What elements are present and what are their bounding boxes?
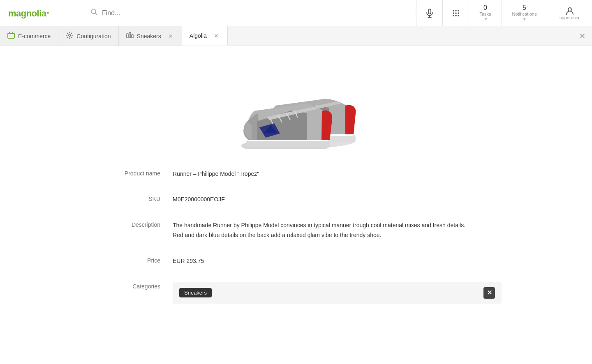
- algolia-tab-label: Algolia: [190, 32, 207, 39]
- tab-algolia[interactable]: Algolia ✕: [182, 26, 228, 46]
- tab-close-all-button[interactable]: ✕: [573, 26, 592, 46]
- product-name-value: Runner – Philippe Model "Tropez": [173, 169, 502, 178]
- user-menu-button[interactable]: superuser: [547, 0, 592, 26]
- configuration-tab-label: Configuration: [76, 33, 111, 39]
- svg-rect-18: [129, 32, 131, 38]
- product-detail: Product name Runner – Philippe Model "Tr…: [90, 62, 502, 312]
- svg-rect-19: [132, 35, 133, 38]
- sku-value: M0E20000000EOJF: [173, 195, 502, 204]
- ecommerce-tab-icon: [7, 32, 15, 41]
- microphone-button[interactable]: [416, 0, 442, 26]
- svg-point-16: [69, 34, 71, 36]
- user-icon: [565, 6, 574, 15]
- price-row: Price EUR 293.75: [90, 256, 502, 265]
- svg-line-1: [95, 13, 97, 15]
- svg-point-5: [453, 10, 454, 12]
- product-image: [230, 62, 362, 153]
- svg-point-13: [458, 15, 459, 16]
- categories-row: Categories Sneakers ✕: [90, 282, 502, 304]
- description-value: The handmade Runner by Philippe Model co…: [173, 221, 469, 240]
- notifications-chevron: ▾: [523, 16, 526, 22]
- tasks-button[interactable]: 0 Tasks ▾: [469, 0, 502, 26]
- search-icon: [90, 8, 98, 18]
- algolia-tab-close[interactable]: ✕: [213, 32, 220, 39]
- content-area: Product name Runner – Philippe Model "Tr…: [0, 46, 592, 364]
- sku-label: SKU: [90, 195, 173, 202]
- topbar: magnolia·: [0, 0, 592, 26]
- svg-rect-2: [428, 9, 431, 14]
- svg-point-11: [453, 15, 454, 16]
- product-name-label: Product name: [90, 169, 173, 177]
- user-label: superuser: [560, 15, 580, 20]
- svg-point-7: [458, 10, 459, 12]
- svg-point-9: [455, 12, 457, 14]
- category-tag: Sneakers: [179, 288, 212, 297]
- sku-row: SKU M0E20000000EOJF: [90, 195, 502, 204]
- notifications-count: 5: [523, 4, 526, 12]
- price-value: EUR 293.75: [173, 256, 502, 265]
- svg-point-12: [455, 15, 457, 16]
- svg-point-10: [458, 12, 459, 14]
- tab-sneakers[interactable]: Sneakers ✕: [119, 26, 182, 46]
- tasks-chevron: ▾: [485, 16, 487, 22]
- ecommerce-tab-label: E-commerce: [18, 33, 51, 39]
- search-area: [82, 8, 416, 18]
- svg-point-6: [455, 10, 457, 12]
- tab-ecommerce[interactable]: E-commerce: [0, 26, 58, 46]
- notifications-label: Notifications: [512, 12, 537, 16]
- svg-point-8: [453, 12, 454, 14]
- svg-point-14: [568, 8, 571, 11]
- product-image-area: [90, 62, 502, 153]
- configuration-tab-icon: [66, 32, 73, 41]
- grid-menu-button[interactable]: [442, 0, 469, 26]
- logo: magnolia·: [8, 7, 49, 19]
- tab-configuration[interactable]: Configuration: [58, 26, 118, 46]
- categories-box: Sneakers ✕: [173, 282, 502, 304]
- sneakers-tab-label: Sneakers: [137, 33, 161, 39]
- logo-area: magnolia·: [0, 7, 82, 19]
- tabbar: E-commerce Configuration Sneakers ✕ Algo…: [0, 26, 592, 46]
- notifications-button[interactable]: 5 Notifications ▾: [502, 0, 547, 26]
- sneakers-tab-close[interactable]: ✕: [167, 32, 174, 40]
- svg-rect-15: [8, 33, 14, 38]
- svg-rect-17: [127, 34, 128, 38]
- tasks-label: Tasks: [479, 12, 491, 16]
- price-label: Price: [90, 256, 173, 264]
- categories-close-button[interactable]: ✕: [483, 287, 495, 299]
- description-row: Description The handmade Runner by Phili…: [90, 221, 502, 240]
- tab-spacer: [228, 26, 573, 46]
- description-label: Description: [90, 221, 173, 228]
- tasks-count: 0: [483, 4, 487, 12]
- sneakers-tab-icon: [126, 32, 134, 41]
- product-name-row: Product name Runner – Philippe Model "Tr…: [90, 169, 502, 178]
- search-input[interactable]: [102, 9, 407, 17]
- categories-label: Categories: [90, 282, 173, 290]
